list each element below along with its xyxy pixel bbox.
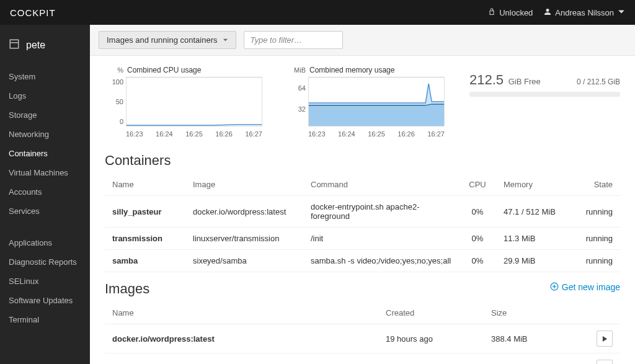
sidebar-item-terminal[interactable]: Terminal: [0, 310, 90, 329]
toolbar: Images and running containers: [90, 25, 635, 56]
container-cpu: 0%: [459, 228, 496, 250]
storage-free-unit: GiB Free: [508, 77, 541, 86]
mem-plot: [308, 77, 445, 127]
images-table: Name Created Size docker.io/wordpress:la…: [105, 302, 620, 364]
container-image: sixeyed/samba: [185, 250, 303, 272]
mem-yaxis: 64 32: [287, 77, 306, 127]
storage-free-value: 212.5: [469, 72, 504, 87]
view-filter-dropdown[interactable]: Images and running containers: [99, 31, 236, 49]
mem-unit: MiB: [287, 66, 306, 74]
get-new-label: Get new image: [562, 282, 620, 292]
table-row[interactable]: docker.io/nginx:alpine3 months ago14.8 M…: [105, 353, 620, 365]
container-memory: 29.9 MiB: [496, 250, 577, 272]
image-name: docker.io/wordpress:latest: [105, 324, 378, 353]
col-name: Name: [105, 302, 378, 324]
container-image: docker.io/wordpress:latest: [185, 196, 303, 228]
container-name: transmission: [105, 228, 185, 250]
table-row[interactable]: transmissionlinuxserver/transmission/ini…: [105, 228, 620, 250]
image-created: 19 hours ago: [378, 324, 484, 353]
cpu-unit: %: [105, 66, 123, 74]
get-new-image-link[interactable]: Get new image: [550, 282, 620, 293]
memory-chart: MiB Combined memory usage 64 32: [287, 66, 445, 138]
storage-bar: [469, 92, 620, 97]
container-command: docker-entrypoint.sh apache2-foreground: [303, 196, 459, 228]
filter-input[interactable]: [244, 31, 343, 49]
containers-table: Name Image Command CPU Memory State sill…: [105, 174, 620, 272]
sidebar-item-containers[interactable]: Containers: [0, 144, 90, 163]
table-row[interactable]: sambasixeyed/sambasamba.sh -s video;/vid…: [105, 250, 620, 272]
container-state: running: [577, 228, 620, 250]
col-state: State: [577, 174, 620, 196]
dropdown-label: Images and running containers: [107, 35, 218, 45]
image-size: 14.8 MiB: [484, 353, 589, 365]
storage-total: 0 / 212.5 GiB: [577, 78, 620, 86]
col-command: Command: [303, 174, 459, 196]
topbar: COCKPIT Unlocked Andreas Nilsson: [0, 0, 635, 25]
sidebar-item-storage[interactable]: Storage: [0, 105, 90, 125]
run-image-button[interactable]: [597, 331, 613, 347]
unlock-icon: [488, 8, 495, 17]
sidebar-item-networking[interactable]: Networking: [0, 125, 90, 144]
user-menu[interactable]: Andreas Nilsson: [544, 8, 625, 17]
container-memory: 47.1 / 512 MiB: [496, 196, 577, 228]
lock-label: Unlocked: [499, 8, 533, 17]
mem-xaxis: 16:23 16:24 16:25 16:26 16:27: [287, 130, 445, 138]
cpu-chart: % Combined CPU usage 100 50 0: [105, 66, 262, 138]
image-created: 3 months ago: [378, 353, 484, 365]
sidebar-item-software-updates[interactable]: Software Updates: [0, 291, 90, 310]
container-state: running: [577, 250, 620, 272]
sidebar-item-virtual-machines[interactable]: Virtual Machines: [0, 163, 90, 182]
container-cpu: 0%: [459, 196, 496, 228]
col-size: Size: [484, 302, 589, 324]
host-name: pete: [26, 40, 45, 51]
images-heading: Images: [105, 281, 149, 297]
sidebar: pete SystemLogsStorageNetworkingContaine…: [0, 25, 90, 364]
sidebar-item-system[interactable]: System: [0, 67, 90, 86]
container-name: samba: [105, 250, 185, 272]
col-created: Created: [378, 302, 484, 324]
sidebar-item-diagnostic-reports[interactable]: Diagnostic Reports: [0, 252, 90, 272]
container-command: /init: [303, 228, 459, 250]
user-name: Andreas Nilsson: [555, 8, 614, 17]
main: Images and running containers % Combined…: [90, 25, 635, 364]
brand-label: COCKPIT: [10, 7, 56, 18]
col-image: Image: [185, 174, 303, 196]
col-name: Name: [105, 174, 185, 196]
sidebar-item-services[interactable]: Services: [0, 202, 90, 221]
container-memory: 11.3 MiB: [496, 228, 577, 250]
container-name: silly_pasteur: [105, 196, 185, 228]
containers-heading: Containers: [105, 153, 620, 169]
user-icon: [544, 8, 551, 17]
image-name: docker.io/nginx:alpine: [105, 353, 378, 365]
col-cpu: CPU: [459, 174, 496, 196]
svg-rect-0: [10, 40, 19, 48]
image-size: 388.4 MiB: [484, 324, 589, 353]
table-row[interactable]: docker.io/wordpress:latest19 hours ago38…: [105, 324, 620, 353]
container-image: linuxserver/transmission: [185, 228, 303, 250]
svg-marker-3: [309, 104, 444, 126]
container-command: samba.sh -s video;/video;yes;no;yes;all: [303, 250, 459, 272]
cpu-plot: [126, 77, 262, 127]
cpu-yaxis: 100 50 0: [105, 77, 123, 127]
sidebar-item-logs[interactable]: Logs: [0, 86, 90, 105]
chevron-down-icon: [223, 35, 228, 45]
mem-title: Combined memory usage: [309, 66, 394, 74]
plus-circle-icon: [550, 282, 559, 293]
sidebar-item-accounts[interactable]: Accounts: [0, 182, 90, 202]
container-state: running: [577, 196, 620, 228]
sidebar-item-applications[interactable]: Applications: [0, 233, 90, 252]
storage-summary: 212.5 GiB Free 0 / 212.5 GiB: [469, 66, 620, 97]
table-row[interactable]: silly_pasteurdocker.io/wordpress:latestd…: [105, 196, 620, 228]
chevron-down-icon: [618, 8, 625, 17]
col-memory: Memory: [496, 174, 577, 196]
lock-status[interactable]: Unlocked: [488, 8, 533, 17]
cpu-xaxis: 16:23 16:24 16:25 16:26 16:27: [105, 130, 262, 138]
sidebar-item-selinux[interactable]: SELinux: [0, 272, 90, 291]
container-cpu: 0%: [459, 250, 496, 272]
host-selector[interactable]: pete: [0, 32, 90, 63]
cpu-title: Combined CPU usage: [127, 66, 201, 74]
host-icon: [9, 38, 20, 52]
run-image-button[interactable]: [597, 360, 613, 364]
